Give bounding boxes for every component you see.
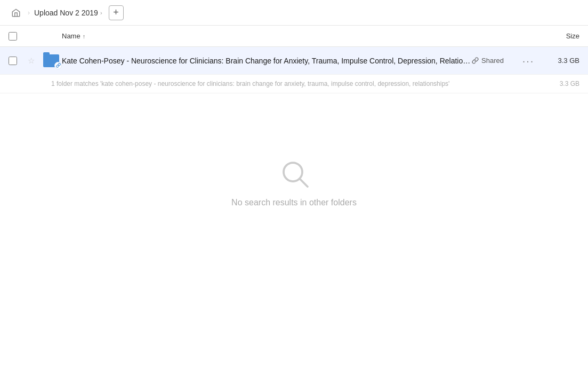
file-name: Kate Cohen-Posey - Neuroscience for Clin…	[62, 57, 472, 65]
select-all-checkbox[interactable]	[9, 32, 17, 41]
chevron-icon: ›	[100, 10, 102, 16]
ellipsis-icon: ···	[522, 55, 535, 66]
svg-point-0	[284, 163, 302, 181]
shared-badge: Shared	[472, 57, 520, 65]
table-row[interactable]: ☆ Kate Cohen-Posey - Neuroscience for Cl…	[0, 47, 588, 75]
breadcrumb-item-upload[interactable]: Upload Nov 2 2019 ›	[34, 9, 102, 17]
folder-icon-col	[43, 53, 62, 68]
no-results-search-icon	[278, 157, 310, 189]
row-checkbox-col[interactable]	[9, 57, 28, 65]
add-button[interactable]: +	[109, 5, 124, 20]
breadcrumb-label: Upload Nov 2 2019	[34, 9, 98, 17]
star-button[interactable]: ☆	[28, 56, 43, 66]
match-note-size: 3.3 GB	[560, 80, 579, 87]
link-icon	[472, 57, 479, 64]
match-note: 1 folder matches 'kate cohen-posey - neu…	[0, 75, 588, 93]
header-checkbox-col	[9, 32, 28, 41]
file-size: 3.3 GB	[537, 57, 579, 65]
no-results-text: No search results in other folders	[231, 198, 357, 207]
empty-state: No search results in other folders	[0, 157, 588, 207]
name-column-header[interactable]: Name ↑	[62, 32, 537, 40]
size-column-header: Size	[537, 32, 579, 40]
home-button[interactable]	[9, 5, 23, 20]
svg-line-1	[300, 179, 308, 187]
match-note-text: 1 folder matches 'kate cohen-posey - neu…	[51, 80, 449, 87]
star-icon: ☆	[28, 56, 35, 66]
row-checkbox[interactable]	[9, 57, 17, 65]
more-options-button[interactable]: ···	[520, 55, 537, 66]
sort-arrow-icon: ↑	[83, 33, 86, 39]
folder-icon	[43, 53, 60, 68]
table-header: Name ↑ Size	[0, 26, 588, 47]
breadcrumb-bar: › Upload Nov 2 2019 › +	[0, 0, 588, 26]
breadcrumb-separator: ›	[28, 9, 30, 17]
link-badge-icon	[54, 62, 62, 69]
